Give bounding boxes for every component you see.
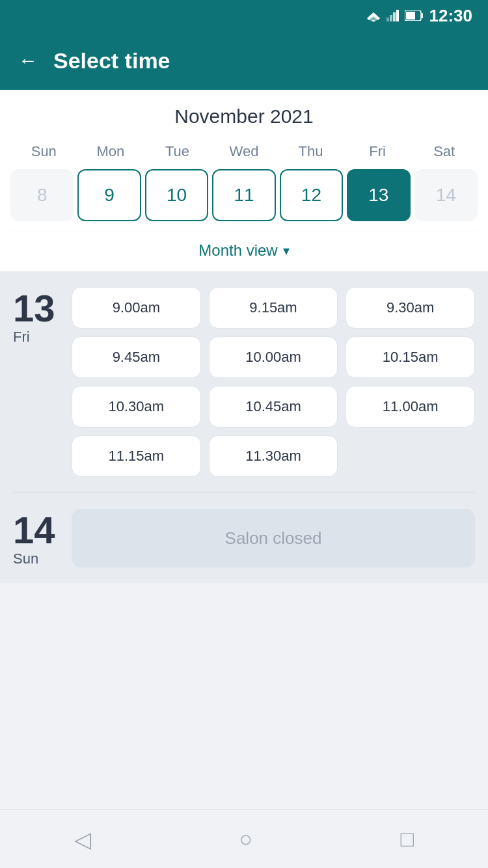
nav-back-icon[interactable]: ◁ (74, 826, 91, 852)
slot-945am[interactable]: 9.45am (72, 336, 201, 378)
day-13-header: 13 Fri 9.00am 9.15am 9.30am 9.45am 10.00… (13, 287, 475, 477)
weekday-fri: Fri (344, 141, 411, 163)
calendar-section: November 2021 Sun Mon Tue Wed Thu Fri Sa… (0, 90, 488, 271)
nav-bar: ◁ ○ □ (0, 809, 488, 868)
month-view-label: Month view (198, 241, 277, 260)
date-9[interactable]: 9 (77, 169, 141, 221)
weekday-thu: Thu (277, 141, 344, 163)
day-14-number: 14 (13, 511, 55, 549)
chevron-down-icon: ▾ (283, 243, 290, 258)
slot-1030am[interactable]: 10.30am (72, 386, 201, 427)
svg-rect-5 (393, 12, 396, 21)
slot-1000am[interactable]: 10.00am (209, 336, 338, 378)
slot-915am[interactable]: 9.15am (209, 287, 338, 329)
wifi-icon (366, 10, 381, 21)
day-14-header: 14 Sun Salon closed (13, 509, 475, 567)
svg-rect-4 (390, 15, 392, 21)
salon-closed-box: Salon closed (72, 509, 475, 567)
salon-closed-text: Salon closed (225, 528, 322, 549)
slot-1115am[interactable]: 11.15am (72, 435, 201, 477)
weekday-tue: Tue (144, 141, 211, 163)
slot-1130am[interactable]: 11.30am (209, 435, 338, 477)
weekday-sat: Sat (411, 141, 478, 163)
weekday-row: Sun Mon Tue Wed Thu Fri Sat (10, 141, 478, 163)
svg-rect-9 (406, 12, 415, 20)
status-time: 12:30 (429, 6, 473, 26)
slot-930am[interactable]: 9.30am (346, 287, 475, 329)
date-12[interactable]: 12 (280, 169, 343, 221)
day-14-name: Sun (13, 550, 38, 567)
signal-icon (386, 10, 400, 21)
app-header: ← Select time (0, 31, 488, 90)
battery-icon (405, 10, 423, 21)
page-title: Select time (53, 48, 170, 74)
day-14-number-area: 14 Sun (13, 509, 72, 567)
svg-rect-8 (421, 13, 423, 18)
nav-home-icon[interactable]: ○ (239, 826, 252, 852)
dates-row: 8 9 10 11 12 13 14 (10, 169, 478, 232)
date-13[interactable]: 13 (347, 169, 410, 221)
date-10[interactable]: 10 (145, 169, 208, 221)
slot-900am[interactable]: 9.00am (72, 287, 201, 329)
day-13-slots-grid: 9.00am 9.15am 9.30am 9.45am 10.00am 10.1… (72, 287, 475, 477)
weekday-sun: Sun (10, 141, 77, 163)
svg-rect-6 (396, 10, 399, 21)
date-8: 8 (10, 169, 74, 221)
day-13-name: Fri (13, 329, 30, 346)
date-14: 14 (414, 169, 478, 221)
status-icons (366, 10, 423, 21)
nav-recent-icon[interactable]: □ (401, 826, 414, 852)
status-bar: 12:30 (0, 0, 488, 31)
slot-1015am[interactable]: 10.15am (346, 336, 475, 378)
day-block-13: 13 Fri 9.00am 9.15am 9.30am 9.45am 10.00… (13, 271, 475, 493)
svg-point-2 (372, 20, 375, 21)
day-block-14: 14 Sun Salon closed (13, 493, 475, 583)
day-13-number-area: 13 Fri (13, 287, 72, 477)
weekday-wed: Wed (211, 141, 278, 163)
weekday-mon: Mon (77, 141, 144, 163)
slot-1100am[interactable]: 11.00am (346, 386, 475, 427)
month-year-label: November 2021 (10, 105, 478, 128)
back-button[interactable]: ← (18, 51, 38, 70)
slot-1045am[interactable]: 10.45am (209, 386, 338, 427)
date-11[interactable]: 11 (212, 169, 275, 221)
day-13-number: 13 (13, 290, 55, 327)
svg-rect-3 (386, 18, 389, 21)
slots-section: 13 Fri 9.00am 9.15am 9.30am 9.45am 10.00… (0, 271, 488, 583)
month-view-toggle[interactable]: Month view ▾ (10, 232, 478, 271)
